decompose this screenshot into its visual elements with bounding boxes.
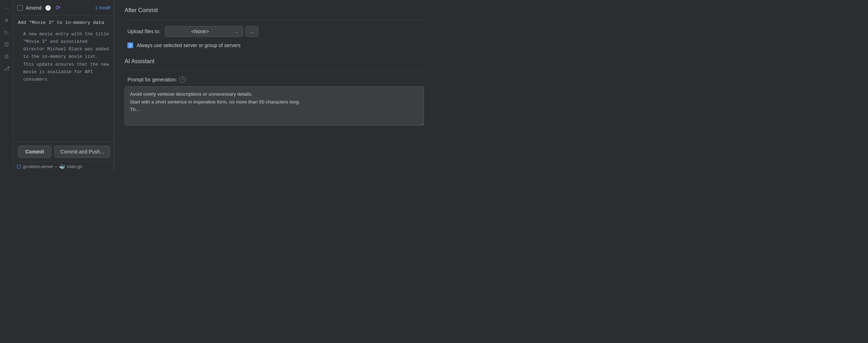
amend-checkbox[interactable] [17, 5, 23, 11]
ai-assistant-section: AI Assistant Prompt for generation: ? [125, 58, 424, 127]
git-icon[interactable]: ⎇ [2, 64, 12, 74]
commit-and-push-button[interactable]: Commit and Push... [54, 146, 110, 158]
status-bar: go-demo-server › 🐳 main.go [14, 161, 114, 171]
project-name: go-demo-server [23, 164, 53, 169]
after-commit-section: After Commit Upload files to: <None> ...… [125, 7, 424, 58]
terminal-icon[interactable]: ⊡ [2, 39, 12, 49]
commit-buttons-bar: Commit Commit and Push... [14, 142, 114, 161]
after-commit-title: After Commit [125, 7, 424, 14]
after-commit-divider [125, 20, 424, 20]
ai-assistant-title: AI Assistant [125, 58, 424, 65]
prompt-textarea[interactable] [125, 86, 424, 126]
right-panel: After Commit Upload files to: <None> ...… [114, 0, 434, 171]
upload-select-wrapper: <None> ... [165, 26, 301, 37]
warning-icon[interactable]: ⊙ [2, 51, 12, 61]
prompt-label: Prompt for generation: [127, 77, 177, 82]
ai-assistant-divider [125, 70, 424, 71]
always-use-label: Always use selected server or group of s… [137, 42, 241, 48]
history-icon[interactable]: 🕐 [44, 4, 51, 11]
always-use-checkbox[interactable]: ✓ [127, 42, 133, 48]
upload-label: Upload files to: [127, 29, 161, 34]
file-name: main.go [67, 164, 82, 169]
commit-panel: Amend 🕐 ⟳ 1 modif Add "Movie 3" to in-me… [14, 0, 114, 171]
commit-button[interactable]: Commit [18, 146, 51, 158]
modified-badge: 1 modif [95, 5, 110, 10]
commit-topbar: Amend 🕐 ⟳ 1 modif [14, 0, 114, 16]
prompt-label-row: Prompt for generation: ? [127, 76, 424, 83]
commit-title: Add "Movie 3" to in-memory data [18, 19, 110, 26]
upload-ellipsis-button[interactable]: ... [246, 26, 258, 37]
upload-row: Upload files to: <None> ... [127, 26, 424, 37]
ai-spiral-icon[interactable]: ⟳ [54, 4, 61, 11]
menu-icon[interactable]: ≡ [2, 15, 12, 25]
amend-label: Amend [26, 5, 41, 11]
breadcrumb-separator: › [55, 164, 57, 169]
more-options-icon[interactable]: ··· [2, 3, 12, 13]
commit-body: A new movie entry with the title "Movie … [18, 31, 110, 84]
commit-message-area[interactable]: Add "Movie 3" to in-memory data A new mo… [14, 16, 114, 142]
checkbox-checkmark: ✓ [129, 44, 132, 47]
help-icon[interactable]: ? [179, 76, 186, 83]
play-icon[interactable]: ▷ [2, 27, 12, 37]
always-use-row: ✓ Always use selected server or group of… [127, 42, 424, 48]
upload-server-dropdown[interactable]: <None> [165, 26, 243, 37]
project-status-square [17, 165, 21, 168]
sidebar: ··· ≡ ▷ ⊡ ⊙ ⎇ [0, 0, 14, 171]
go-gopher-icon: 🐳 [59, 164, 65, 170]
